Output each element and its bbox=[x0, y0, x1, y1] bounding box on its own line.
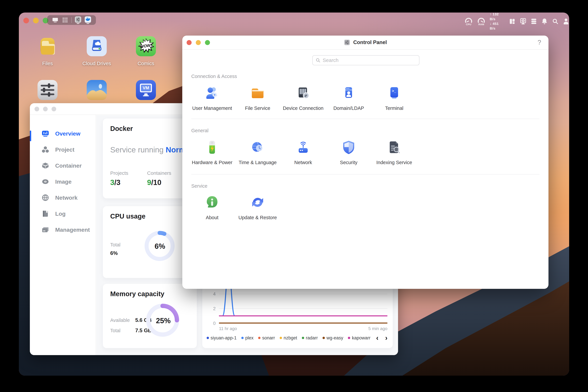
cp-item-network[interactable]: Network bbox=[283, 140, 324, 165]
control-panel-titlebar[interactable]: Control Panel ? bbox=[182, 36, 549, 50]
docker-app-icon[interactable] bbox=[85, 16, 91, 24]
menubar-status-cluster: CPU RAM ↑ 132 B/s ↓ 451 B/s bbox=[464, 15, 569, 28]
cp-item-about[interactable]: About bbox=[192, 194, 233, 220]
legend-prev-button[interactable]: ‹ bbox=[375, 334, 379, 342]
desktop-icon-cloud-drives[interactable]: Cloud Drives bbox=[82, 36, 112, 66]
router-wifi-icon bbox=[295, 140, 311, 155]
terminal-icon: >_ bbox=[387, 85, 402, 101]
section-divider bbox=[191, 174, 540, 174]
sidebar-item-label: Management bbox=[55, 226, 90, 233]
sidebar-item-label: Log bbox=[55, 210, 65, 217]
close-icon[interactable] bbox=[23, 18, 29, 23]
folder-icon bbox=[37, 36, 58, 57]
cp-item-domain-ldap[interactable]: Domain/LDAP bbox=[328, 85, 369, 111]
x-axis-labels: 11 hr ago 5 min ago bbox=[219, 326, 388, 331]
maximize-icon[interactable] bbox=[51, 107, 56, 111]
svg-text:RAM: RAM bbox=[478, 23, 484, 26]
sidebar-item-project[interactable]: Project bbox=[30, 144, 96, 155]
bar-chart-icon bbox=[41, 130, 49, 138]
sidebar-item-label: Image bbox=[55, 178, 72, 185]
maximize-icon[interactable] bbox=[205, 40, 210, 45]
desktop-icon-files[interactable]: Files bbox=[32, 36, 62, 66]
section-label: General bbox=[191, 128, 208, 134]
minimize-icon[interactable] bbox=[196, 40, 201, 45]
sidebar-item-management[interactable]: Management bbox=[30, 224, 96, 235]
ram-gauge-icon[interactable]: RAM bbox=[477, 17, 485, 26]
columns-widget-icon[interactable] bbox=[509, 18, 515, 25]
search-icon[interactable] bbox=[552, 18, 558, 25]
nas-link-icon bbox=[295, 85, 311, 101]
window-title: Control Panel bbox=[344, 39, 387, 46]
cp-item-security[interactable]: Security bbox=[328, 140, 369, 165]
users-icon bbox=[204, 85, 220, 101]
legend-item[interactable]: plex bbox=[241, 336, 254, 340]
cp-item-hardware-power[interactable]: Hardware & Power bbox=[192, 140, 233, 165]
legend-item[interactable]: nzbget bbox=[280, 336, 297, 340]
svg-text:VM: VM bbox=[143, 85, 149, 90]
desktop-icon-comics[interactable]: WOW! Comics bbox=[131, 36, 161, 66]
containers-stat: Containers 9/10 bbox=[147, 170, 171, 187]
control-panel-window: Control Panel ? Search Connection & Acce… bbox=[182, 36, 549, 289]
cpu-gauge-icon[interactable]: CPU bbox=[464, 17, 473, 26]
sidebar-item-image[interactable]: Image bbox=[30, 176, 96, 187]
remote-display-icon[interactable] bbox=[520, 18, 526, 25]
sidebar-item-label: Project bbox=[55, 146, 74, 153]
container-box-icon bbox=[41, 162, 49, 170]
sidebar-item-overview[interactable]: Overview bbox=[30, 128, 96, 139]
cp-item-indexing-service[interactable]: Indexing Service bbox=[374, 140, 415, 165]
display-icon[interactable] bbox=[52, 16, 58, 24]
section-divider bbox=[191, 119, 540, 119]
close-icon[interactable] bbox=[187, 40, 192, 45]
svg-text:>_: >_ bbox=[392, 89, 396, 93]
section-label: Service bbox=[191, 183, 207, 189]
user-icon[interactable] bbox=[563, 18, 569, 25]
help-button[interactable]: ? bbox=[538, 39, 541, 46]
projects-stat: Projects 3/3 bbox=[110, 170, 128, 187]
legend-item[interactable]: radarr bbox=[302, 336, 318, 340]
id-card-icon bbox=[341, 85, 357, 101]
search-icon bbox=[316, 58, 320, 62]
y-tick: 2 bbox=[209, 306, 216, 311]
sliders-icon bbox=[344, 39, 350, 46]
legend-item[interactable]: kapowarr bbox=[348, 336, 370, 340]
cp-item-file-service[interactable]: File Service bbox=[237, 85, 278, 111]
bell-icon[interactable] bbox=[541, 18, 548, 25]
network-speed[interactable]: ↑ 132 B/s ↓ 451 B/s bbox=[490, 12, 505, 31]
legend-item[interactable]: siyuan-app-1 bbox=[207, 336, 237, 340]
app-grid-icon[interactable] bbox=[62, 16, 68, 24]
card-title: Docker bbox=[110, 125, 133, 132]
menubar-window-controls bbox=[23, 18, 48, 23]
cp-item-terminal[interactable]: >_ Terminal bbox=[374, 85, 415, 111]
sidebar-item-network[interactable]: Network bbox=[30, 192, 96, 203]
desktop-icon-label: Files bbox=[42, 60, 53, 66]
cloud-drive-icon bbox=[86, 36, 107, 57]
legend-item[interactable]: sonarr bbox=[258, 336, 275, 340]
book-icon bbox=[41, 210, 49, 218]
legend-item[interactable]: wg-easy bbox=[323, 336, 343, 340]
minimize-icon[interactable] bbox=[33, 18, 39, 23]
vm-monitor-icon: VM bbox=[135, 79, 157, 101]
pill-divider bbox=[71, 17, 72, 23]
legend-next-button[interactable]: › bbox=[384, 334, 389, 342]
cp-item-update-restore[interactable]: Update & Restore bbox=[237, 194, 278, 220]
panel-card-icon bbox=[41, 226, 49, 234]
x-end-label: 5 min ago bbox=[368, 326, 388, 331]
cp-item-user-management[interactable]: User Management bbox=[192, 85, 233, 111]
search-input[interactable]: Search bbox=[312, 55, 419, 65]
document-search-icon bbox=[387, 140, 402, 155]
close-icon[interactable] bbox=[34, 107, 39, 111]
cpu-total: Total 6% bbox=[110, 242, 120, 256]
minimize-icon[interactable] bbox=[43, 107, 48, 111]
server-stack-icon[interactable] bbox=[531, 18, 537, 25]
sidebar-item-log[interactable]: Log bbox=[30, 208, 96, 219]
sidebar-item-label: Network bbox=[55, 194, 78, 201]
control-panel-app-icon[interactable] bbox=[75, 16, 81, 24]
upload-arrow-icon: ↑ bbox=[490, 12, 492, 16]
sidebar-item-container[interactable]: Container bbox=[30, 160, 96, 171]
cp-item-device-connection[interactable]: Device Connection bbox=[283, 85, 324, 111]
desktop-icon-label: Cloud Drives bbox=[82, 60, 111, 66]
battery-bolt-icon bbox=[204, 140, 220, 155]
sync-arrows-icon bbox=[250, 194, 265, 210]
desktop: CPU RAM ↑ 132 B/s ↓ 451 B/s bbox=[19, 12, 569, 376]
cp-item-time-language[interactable]: Time & Language bbox=[237, 140, 278, 165]
